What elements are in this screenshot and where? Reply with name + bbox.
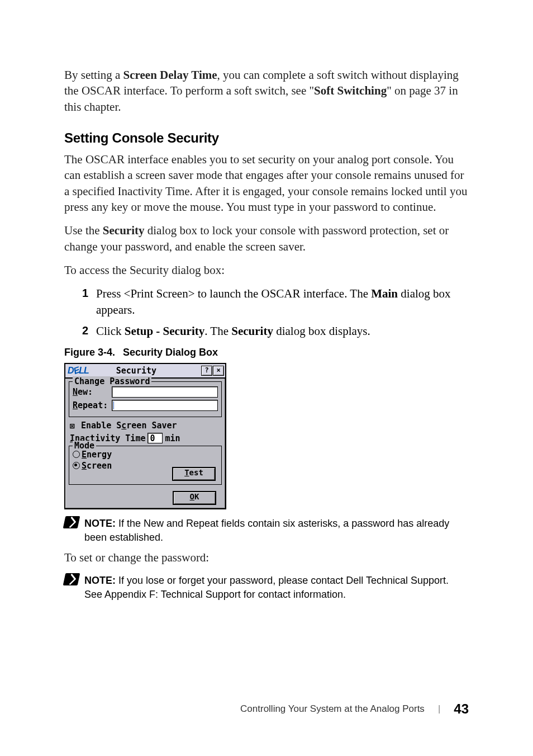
security-paragraph-1: The OSCAR interface enables you to set s…: [64, 152, 469, 215]
dialog-title: Security: [72, 366, 201, 376]
step-number: 2: [82, 323, 96, 339]
radio-icon: [73, 451, 80, 458]
intro-paragraph: By setting a Screen Delay Time, you can …: [64, 67, 469, 115]
note-label: NOTE:: [84, 518, 116, 529]
figure-number: Figure 3-4.: [64, 347, 115, 358]
term-soft-switching: Soft Switching: [314, 84, 387, 97]
checkbox-icon: ⊠: [70, 421, 76, 427]
term-main: Main: [371, 287, 398, 300]
change-password-group: Change Password New: Repeat:: [69, 381, 222, 417]
term-security: Security: [103, 224, 145, 237]
repeat-label: Repeat:: [73, 400, 112, 410]
text: Press <Print Screen> to launch the OSCAR…: [96, 287, 371, 300]
mode-group: Mode Energy Screen Test: [69, 446, 222, 485]
new-label: New:: [73, 387, 112, 397]
mode-legend: Mode: [73, 441, 96, 451]
repeat-password-input[interactable]: [112, 400, 218, 411]
enable-screensaver-checkbox[interactable]: ⊠ Enable Screen Saver: [70, 420, 222, 431]
set-password-intro: To set or change the password:: [64, 550, 469, 565]
step-number: 1: [82, 286, 96, 318]
step-1: 1 Press <Print Screen> to launch the OSC…: [82, 286, 469, 318]
separator-icon: |: [438, 703, 440, 715]
security-paragraph-2: Use the Security dialog box to lock your…: [64, 223, 469, 254]
text: c: [121, 420, 126, 431]
footer-chapter: Controlling Your System at the Analog Po…: [240, 703, 425, 715]
note-body: If you lose or forget your password, ple…: [84, 575, 449, 599]
inactivity-time-input[interactable]: 0: [147, 433, 163, 443]
energy-radio[interactable]: Energy: [73, 450, 218, 460]
note-body: If the New and Repeat fields contain six…: [84, 518, 449, 542]
text: Click: [96, 324, 125, 338]
text: dialog box displays.: [273, 324, 370, 338]
text: Enable S: [81, 420, 121, 431]
note-1: NOTE: If the New and Repeat fields conta…: [64, 516, 469, 544]
figure-title: Security Dialog Box: [123, 347, 218, 358]
term-security: Security: [231, 324, 273, 338]
change-password-legend: Change Password: [73, 376, 151, 386]
radio-icon: [73, 462, 80, 469]
ok-button[interactable]: OK: [173, 491, 216, 505]
note-icon: [63, 573, 80, 585]
note-icon: [63, 516, 80, 528]
term-screen-delay-time: Screen Delay Time: [123, 68, 217, 82]
note-label: NOTE:: [84, 575, 116, 586]
test-button[interactable]: Test: [172, 467, 216, 481]
help-button[interactable]: ?: [201, 366, 212, 376]
text: Use the: [64, 224, 103, 237]
section-heading: Setting Console Security: [64, 130, 469, 146]
inactivity-unit: min: [165, 433, 180, 443]
figure-caption: Figure 3-4.Security Dialog Box: [64, 347, 469, 358]
text: reen Saver: [126, 420, 177, 431]
note-2: NOTE: If you lose or forget your passwor…: [64, 573, 469, 601]
close-button[interactable]: ×: [213, 366, 224, 376]
text: By setting a: [64, 68, 123, 82]
term-setup-security: Setup - Security: [125, 324, 205, 338]
text: . The: [204, 324, 231, 338]
page-number: 43: [454, 701, 469, 717]
security-intro-line: To access the Security dialog box:: [64, 262, 469, 278]
new-password-input[interactable]: [112, 386, 218, 398]
security-dialog: DELL Security ? × Change Password New: R…: [64, 363, 226, 509]
page-footer: Controlling Your System at the Analog Po…: [240, 701, 469, 717]
step-2: 2 Click Setup - Security. The Security d…: [82, 323, 469, 339]
